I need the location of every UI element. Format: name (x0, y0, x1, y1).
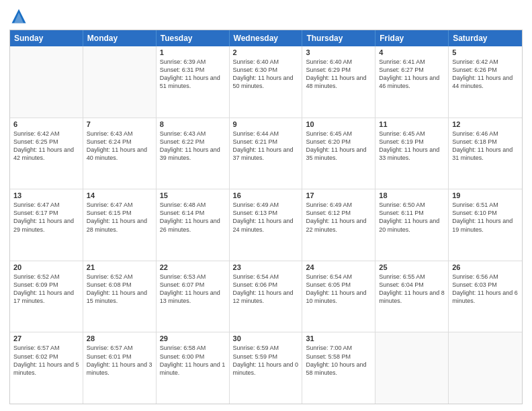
calendar-cell-15: 15Sunrise: 6:48 AM Sunset: 6:14 PM Dayli… (157, 189, 230, 261)
calendar-cell-27: 27Sunrise: 6:57 AM Sunset: 6:02 PM Dayli… (10, 332, 83, 404)
calendar-body: 1Sunrise: 6:39 AM Sunset: 6:31 PM Daylig… (10, 46, 522, 404)
header-day-monday: Monday (83, 30, 157, 46)
logo (9, 7, 31, 26)
cell-info: Sunrise: 6:59 AM Sunset: 5:59 PM Dayligh… (233, 344, 299, 377)
calendar-cell-21: 21Sunrise: 6:52 AM Sunset: 6:08 PM Dayli… (83, 261, 157, 332)
calendar-cell-29: 29Sunrise: 6:58 AM Sunset: 6:00 PM Dayli… (157, 332, 230, 404)
cell-info: Sunrise: 6:44 AM Sunset: 6:21 PM Dayligh… (233, 130, 299, 163)
calendar-cell-5: 5Sunrise: 6:42 AM Sunset: 6:26 PM Daylig… (449, 46, 522, 118)
header-day-saturday: Saturday (449, 30, 522, 46)
day-number: 19 (452, 191, 519, 199)
calendar-cell-empty-0-1 (83, 46, 157, 118)
calendar-cell-24: 24Sunrise: 6:54 AM Sunset: 6:05 PM Dayli… (302, 261, 375, 332)
calendar-row-0: 1Sunrise: 6:39 AM Sunset: 6:31 PM Daylig… (10, 46, 522, 118)
header-day-sunday: Sunday (10, 30, 83, 46)
cell-info: Sunrise: 6:54 AM Sunset: 6:05 PM Dayligh… (306, 273, 371, 306)
cell-info: Sunrise: 6:41 AM Sunset: 6:27 PM Dayligh… (379, 58, 445, 91)
cell-info: Sunrise: 6:56 AM Sunset: 6:03 PM Dayligh… (452, 273, 519, 306)
calendar-cell-20: 20Sunrise: 6:52 AM Sunset: 6:09 PM Dayli… (10, 261, 83, 332)
logo-icon (9, 7, 28, 26)
cell-info: Sunrise: 6:55 AM Sunset: 6:04 PM Dayligh… (379, 273, 445, 306)
calendar-cell-12: 12Sunrise: 6:46 AM Sunset: 6:18 PM Dayli… (449, 118, 522, 189)
day-number: 24 (306, 263, 371, 271)
cell-info: Sunrise: 6:57 AM Sunset: 6:02 PM Dayligh… (13, 344, 79, 377)
cell-info: Sunrise: 6:47 AM Sunset: 6:17 PM Dayligh… (13, 201, 79, 234)
cell-info: Sunrise: 6:46 AM Sunset: 6:18 PM Dayligh… (452, 130, 519, 163)
day-number: 5 (452, 48, 519, 56)
calendar-cell-13: 13Sunrise: 6:47 AM Sunset: 6:17 PM Dayli… (10, 189, 83, 261)
day-number: 28 (87, 334, 152, 342)
day-number: 26 (452, 263, 519, 271)
cell-info: Sunrise: 6:45 AM Sunset: 6:19 PM Dayligh… (379, 130, 445, 163)
calendar-cell-8: 8Sunrise: 6:43 AM Sunset: 6:22 PM Daylig… (157, 118, 230, 189)
cell-info: Sunrise: 6:47 AM Sunset: 6:15 PM Dayligh… (87, 201, 152, 234)
header-day-friday: Friday (375, 30, 449, 46)
header-day-wednesday: Wednesday (230, 30, 303, 46)
calendar: SundayMondayTuesdayWednesdayThursdayFrid… (9, 30, 523, 404)
day-number: 7 (87, 120, 152, 128)
calendar-cell-22: 22Sunrise: 6:53 AM Sunset: 6:07 PM Dayli… (157, 261, 230, 332)
cell-info: Sunrise: 6:50 AM Sunset: 6:11 PM Dayligh… (379, 201, 445, 234)
calendar-cell-empty-4-6 (449, 332, 522, 404)
calendar-cell-17: 17Sunrise: 6:49 AM Sunset: 6:12 PM Dayli… (302, 189, 375, 261)
calendar-cell-16: 16Sunrise: 6:49 AM Sunset: 6:13 PM Dayli… (230, 189, 303, 261)
calendar-cell-11: 11Sunrise: 6:45 AM Sunset: 6:19 PM Dayli… (375, 118, 449, 189)
day-number: 30 (233, 334, 299, 342)
day-number: 21 (87, 263, 152, 271)
cell-info: Sunrise: 6:57 AM Sunset: 6:01 PM Dayligh… (87, 344, 152, 377)
day-number: 4 (379, 48, 445, 56)
day-number: 12 (452, 120, 519, 128)
calendar-cell-30: 30Sunrise: 6:59 AM Sunset: 5:59 PM Dayli… (230, 332, 303, 404)
calendar-cell-6: 6Sunrise: 6:42 AM Sunset: 6:25 PM Daylig… (10, 118, 83, 189)
calendar-cell-10: 10Sunrise: 6:45 AM Sunset: 6:20 PM Dayli… (302, 118, 375, 189)
cell-info: Sunrise: 6:52 AM Sunset: 6:09 PM Dayligh… (13, 273, 79, 306)
cell-info: Sunrise: 6:40 AM Sunset: 6:30 PM Dayligh… (233, 58, 299, 91)
day-number: 11 (379, 120, 445, 128)
header-day-thursday: Thursday (302, 30, 375, 46)
calendar-cell-23: 23Sunrise: 6:54 AM Sunset: 6:06 PM Dayli… (230, 261, 303, 332)
calendar-cell-7: 7Sunrise: 6:43 AM Sunset: 6:24 PM Daylig… (83, 118, 157, 189)
cell-info: Sunrise: 6:42 AM Sunset: 6:25 PM Dayligh… (13, 130, 79, 163)
day-number: 15 (160, 191, 226, 199)
day-number: 16 (233, 191, 299, 199)
day-number: 17 (306, 191, 371, 199)
calendar-cell-14: 14Sunrise: 6:47 AM Sunset: 6:15 PM Dayli… (83, 189, 157, 261)
day-number: 3 (306, 48, 371, 56)
cell-info: Sunrise: 6:43 AM Sunset: 6:24 PM Dayligh… (87, 130, 152, 163)
day-number: 8 (160, 120, 226, 128)
header-day-tuesday: Tuesday (157, 30, 230, 46)
calendar-cell-26: 26Sunrise: 6:56 AM Sunset: 6:03 PM Dayli… (449, 261, 522, 332)
calendar-cell-31: 31Sunrise: 7:00 AM Sunset: 5:58 PM Dayli… (302, 332, 375, 404)
day-number: 18 (379, 191, 445, 199)
day-number: 13 (13, 191, 79, 199)
calendar-cell-empty-4-5 (375, 332, 449, 404)
cell-info: Sunrise: 7:00 AM Sunset: 5:58 PM Dayligh… (306, 344, 371, 377)
calendar-row-3: 20Sunrise: 6:52 AM Sunset: 6:09 PM Dayli… (10, 261, 522, 332)
cell-info: Sunrise: 6:51 AM Sunset: 6:10 PM Dayligh… (452, 201, 519, 234)
calendar-cell-4: 4Sunrise: 6:41 AM Sunset: 6:27 PM Daylig… (375, 46, 449, 118)
day-number: 10 (306, 120, 371, 128)
cell-info: Sunrise: 6:52 AM Sunset: 6:08 PM Dayligh… (87, 273, 152, 306)
day-number: 6 (13, 120, 79, 128)
cell-info: Sunrise: 6:49 AM Sunset: 6:13 PM Dayligh… (233, 201, 299, 234)
cell-info: Sunrise: 6:48 AM Sunset: 6:14 PM Dayligh… (160, 201, 226, 234)
calendar-cell-19: 19Sunrise: 6:51 AM Sunset: 6:10 PM Dayli… (449, 189, 522, 261)
day-number: 31 (306, 334, 371, 342)
day-number: 14 (87, 191, 152, 199)
calendar-row-4: 27Sunrise: 6:57 AM Sunset: 6:02 PM Dayli… (10, 332, 522, 404)
calendar-cell-2: 2Sunrise: 6:40 AM Sunset: 6:30 PM Daylig… (230, 46, 303, 118)
calendar-row-2: 13Sunrise: 6:47 AM Sunset: 6:17 PM Dayli… (10, 189, 522, 261)
day-number: 23 (233, 263, 299, 271)
calendar-header: SundayMondayTuesdayWednesdayThursdayFrid… (10, 30, 522, 46)
cell-info: Sunrise: 6:39 AM Sunset: 6:31 PM Dayligh… (160, 58, 226, 91)
calendar-cell-3: 3Sunrise: 6:40 AM Sunset: 6:29 PM Daylig… (302, 46, 375, 118)
header (9, 7, 523, 26)
calendar-cell-25: 25Sunrise: 6:55 AM Sunset: 6:04 PM Dayli… (375, 261, 449, 332)
page: SundayMondayTuesdayWednesdayThursdayFrid… (0, 0, 532, 411)
day-number: 2 (233, 48, 299, 56)
cell-info: Sunrise: 6:43 AM Sunset: 6:22 PM Dayligh… (160, 130, 226, 163)
day-number: 1 (160, 48, 226, 56)
day-number: 20 (13, 263, 79, 271)
cell-info: Sunrise: 6:49 AM Sunset: 6:12 PM Dayligh… (306, 201, 371, 234)
cell-info: Sunrise: 6:58 AM Sunset: 6:00 PM Dayligh… (160, 344, 226, 377)
